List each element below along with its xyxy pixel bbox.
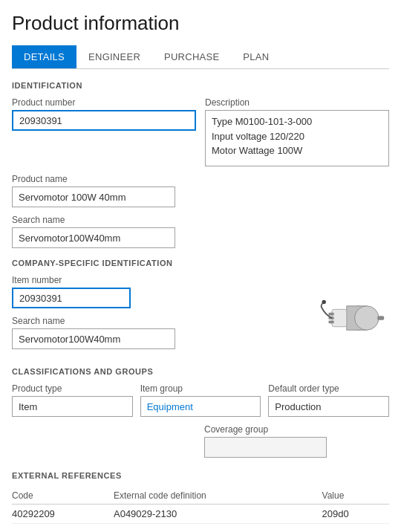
company-search-name-input[interactable] [12,328,175,349]
tab-purchase[interactable]: PURCHASE [152,45,231,68]
tab-details[interactable]: DETAILS [12,45,76,68]
coverage-group-row: Coverage group [12,424,389,458]
company-search-name-row: Search name [12,316,306,349]
item-group-label: Item group [140,383,261,394]
tab-bar: DETAILS ENGINEER PURCHASE PLAN [12,45,389,69]
svg-point-2 [355,306,379,330]
description-label: Description [205,97,389,108]
classifications-row-1: Product type Item Item group Equipment D… [12,383,389,417]
description-group: Description Type M0100-101-3-000 Input v… [205,97,389,166]
cell-definition: A049029-2130 [114,505,322,524]
company-search-name-group: Search name [12,316,175,349]
description-input[interactable]: Type M0100-101-3-000 Input voltage 120/2… [205,110,389,166]
coverage-group-value[interactable] [204,437,327,458]
product-number-input[interactable] [12,110,196,131]
product-type-group: Product type Item [12,383,133,417]
item-group-value[interactable]: Equipment [140,396,261,417]
cell-value: 209d0 [322,505,389,524]
svg-rect-4 [332,309,347,326]
item-number-input[interactable] [12,288,131,308]
product-name-label: Product name [12,174,175,184]
item-number-group: Item number [12,275,131,308]
cell-code: 40292209 [12,505,114,524]
item-group-group: Item group Equipment [140,383,261,417]
product-name-group: Product name [12,174,175,207]
page-title: Product information [12,12,389,35]
search-name-row: Search name [12,215,389,248]
company-search-name-label: Search name [12,316,175,326]
company-fields: Item number Search name [12,275,306,357]
coverage-group-group: Coverage group [204,424,327,458]
identification-header: IDENTIFICATION [12,81,389,90]
search-name-group: Search name [12,215,175,248]
product-number-description-row: Product number Description Type M0100-10… [12,97,389,166]
svg-rect-5 [329,313,334,316]
product-type-label: Product type [12,383,133,394]
product-number-label: Product number [12,97,196,108]
external-references-table: Code External code definition Value 4029… [12,487,389,524]
tab-plan[interactable]: PLAN [231,45,281,68]
default-order-type-group: Default order type Production [268,383,389,417]
search-name-label: Search name [12,215,175,225]
default-order-type-label: Default order type [268,383,389,394]
item-number-label: Item number [12,275,131,285]
external-references-header: EXTERNAL REFERENCES [12,471,389,480]
default-order-type-value[interactable]: Production [268,396,389,417]
item-number-row: Item number [12,275,306,308]
svg-rect-7 [329,321,334,324]
tab-engineer[interactable]: ENGINEER [76,45,152,68]
product-name-input[interactable] [12,186,175,207]
table-row: 40292209A049029-2130209d0 [12,505,389,524]
company-identification-area: Item number Search name [12,275,389,357]
company-identification-header: COMPANY-SPECIFIC IDENTIFICATION [12,259,389,267]
product-number-group: Product number [12,97,196,166]
col-definition: External code definition [114,487,322,505]
search-name-input[interactable] [12,227,175,248]
svg-point-8 [322,300,326,304]
svg-rect-3 [377,316,384,319]
col-value: Value [322,487,389,505]
classifications-header: CLASSIFICATIONS AND GROUPS [12,367,389,376]
product-name-row: Product name [12,174,389,207]
col-code: Code [12,487,114,505]
product-type-value[interactable]: Item [12,396,133,417]
product-image [315,288,389,348]
coverage-group-label: Coverage group [204,424,327,435]
